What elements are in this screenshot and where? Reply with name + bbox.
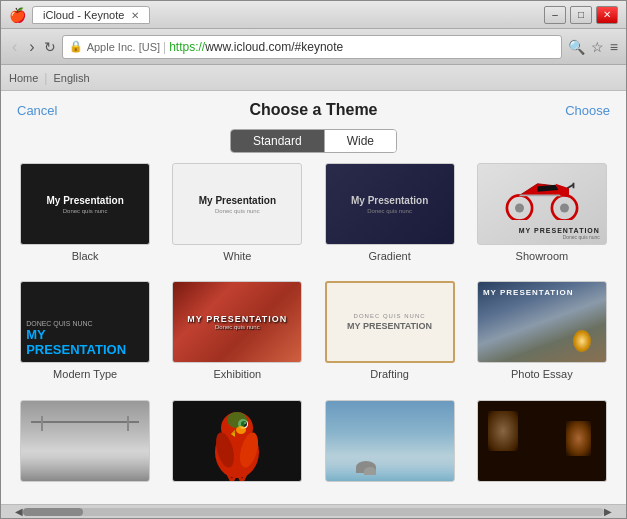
theme-row3-4-thumb xyxy=(477,400,607,482)
drafting-title: MY PRESENTATION xyxy=(347,321,432,331)
svg-point-2 xyxy=(515,203,524,212)
toolbar-home[interactable]: Home xyxy=(9,72,38,84)
theme-header: Cancel Choose a Theme Choose xyxy=(1,91,626,129)
svg-point-3 xyxy=(560,203,569,212)
scrollbar: ◀ ▶ xyxy=(1,504,626,518)
exhibition-sub: Donec quis nunc xyxy=(215,324,260,330)
browser-toolbar: Home | English xyxy=(1,65,626,91)
scrollbar-track[interactable] xyxy=(23,508,604,516)
separator: | xyxy=(163,40,166,54)
theme-exhibition[interactable]: MY PRESENTATION Donec quis nunc Exhibiti… xyxy=(169,281,305,387)
theme-photo-essay[interactable]: MY PRESENTATION Photo Essay xyxy=(474,281,610,387)
photo-title: MY PRESENTATION xyxy=(478,282,579,297)
theme-gradient-thumb: My Presentation Donec quis nunc xyxy=(325,163,455,245)
themes-grid: My Presentation Donec quis nunc Black My… xyxy=(1,163,626,504)
theme-photo-thumb: MY PRESENTATION xyxy=(477,281,607,363)
view-toggle: Standard Wide xyxy=(1,129,626,153)
theme-black-label: Black xyxy=(72,250,99,262)
menu-icon[interactable]: ≡ xyxy=(610,39,618,55)
theme-black-thumb: My Presentation Donec quis nunc xyxy=(20,163,150,245)
theme-showroom-thumb: MY PRESENTATION Donec quis nunc xyxy=(477,163,607,245)
theme-row3-3-thumb xyxy=(325,400,455,482)
scroll-right-arrow[interactable]: ▶ xyxy=(604,506,612,517)
drafting-donec: DONEC QUIS NUNC xyxy=(354,313,426,319)
issuer-label: Apple Inc. [US] xyxy=(87,41,160,53)
theme-row3-1[interactable] xyxy=(17,400,153,494)
theme-drafting-label: Drafting xyxy=(370,368,409,380)
minimize-button[interactable]: – xyxy=(544,6,566,24)
theme-modern-type[interactable]: DONEC QUIS NUNC MY PRESENTATION Modern T… xyxy=(17,281,153,387)
browser-window: 🍎 iCloud - Keynote ✕ – □ ✕ ‹ › ↻ 🔒 Apple… xyxy=(0,0,627,519)
thumb-gradient-title: My Presentation xyxy=(351,195,428,206)
theme-white[interactable]: My Presentation Donec quis nunc White xyxy=(169,163,305,269)
reload-button[interactable]: ↻ xyxy=(44,39,56,55)
thumb-white-sub: Donec quis nunc xyxy=(215,208,260,214)
page-title: Choose a Theme xyxy=(249,101,377,119)
wide-toggle[interactable]: Wide xyxy=(325,130,396,152)
nav-icons: 🔍 ☆ ≡ xyxy=(568,39,618,55)
showroom-title: MY PRESENTATION xyxy=(484,227,600,234)
close-button[interactable]: ✕ xyxy=(596,6,618,24)
modern-title: MY PRESENTATION xyxy=(21,327,149,362)
theme-showroom[interactable]: MY PRESENTATION Donec quis nunc Showroom xyxy=(474,163,610,269)
theme-gradient-label: Gradient xyxy=(369,250,411,262)
forward-button[interactable]: › xyxy=(26,38,37,56)
theme-row3-2[interactable] xyxy=(169,400,305,494)
thumb-black-title: My Presentation xyxy=(47,195,124,206)
toolbar-english[interactable]: English xyxy=(53,72,89,84)
svg-point-14 xyxy=(236,426,246,434)
theme-showroom-label: Showroom xyxy=(516,250,569,262)
cancel-button[interactable]: Cancel xyxy=(17,103,57,118)
main-content: Cancel Choose a Theme Choose Standard Wi… xyxy=(1,91,626,518)
thumb-white-title: My Presentation xyxy=(199,195,276,206)
theme-modern-label: Modern Type xyxy=(53,368,117,380)
theme-row3-3[interactable] xyxy=(322,400,458,494)
tab-close-icon[interactable]: ✕ xyxy=(131,10,139,21)
thumb-black-sub: Donec quis nunc xyxy=(63,208,108,214)
choose-button[interactable]: Choose xyxy=(565,103,610,118)
theme-drafting[interactable]: DONEC QUIS NUNC MY PRESENTATION Drafting xyxy=(322,281,458,387)
address-bar[interactable]: 🔒 Apple Inc. [US] | https:// www.icloud.… xyxy=(62,35,562,59)
standard-toggle[interactable]: Standard xyxy=(231,130,324,152)
title-bar: 🍎 iCloud - Keynote ✕ – □ ✕ xyxy=(1,1,626,29)
theme-row3-4[interactable] xyxy=(474,400,610,494)
theme-drafting-thumb: DONEC QUIS NUNC MY PRESENTATION xyxy=(325,281,455,363)
modern-donec: DONEC QUIS NUNC xyxy=(21,316,98,327)
theme-black[interactable]: My Presentation Donec quis nunc Black xyxy=(17,163,153,269)
active-tab[interactable]: iCloud - Keynote ✕ xyxy=(32,6,150,24)
url-rest: www.icloud.com/#keynote xyxy=(205,40,343,54)
bike-svg xyxy=(497,170,587,220)
theme-row3-1-thumb xyxy=(20,400,150,482)
toolbar-sep: | xyxy=(44,71,47,85)
apple-icon: 🍎 xyxy=(9,7,26,23)
tab-label: iCloud - Keynote xyxy=(43,9,124,21)
tab-area: iCloud - Keynote ✕ xyxy=(32,6,150,24)
theme-gradient[interactable]: My Presentation Donec quis nunc Gradient xyxy=(322,163,458,269)
theme-white-label: White xyxy=(223,250,251,262)
theme-photo-label: Photo Essay xyxy=(511,368,573,380)
showroom-sub: Donec quis nunc xyxy=(484,234,600,240)
window-controls: – □ ✕ xyxy=(544,6,618,24)
svg-point-13 xyxy=(227,412,247,428)
nav-bar: ‹ › ↻ 🔒 Apple Inc. [US] | https:// www.i… xyxy=(1,29,626,65)
thumb-gradient-sub: Donec quis nunc xyxy=(367,208,412,214)
secure-icon: 🔒 xyxy=(69,40,83,53)
maximize-button[interactable]: □ xyxy=(570,6,592,24)
scrollbar-thumb[interactable] xyxy=(23,508,83,516)
theme-row3-2-thumb xyxy=(172,400,302,482)
exhibition-title: MY PRESENTATION xyxy=(187,314,287,324)
back-button[interactable]: ‹ xyxy=(9,38,20,56)
theme-white-thumb: My Presentation Donec quis nunc xyxy=(172,163,302,245)
url-https: https:// xyxy=(169,40,205,54)
theme-exhibition-thumb: MY PRESENTATION Donec quis nunc xyxy=(172,281,302,363)
bookmark-icon[interactable]: ☆ xyxy=(591,39,604,55)
toggle-group: Standard Wide xyxy=(230,129,397,153)
parrot-svg xyxy=(197,400,277,482)
theme-exhibition-label: Exhibition xyxy=(214,368,262,380)
theme-modern-thumb: DONEC QUIS NUNC MY PRESENTATION xyxy=(20,281,150,363)
search-icon[interactable]: 🔍 xyxy=(568,39,585,55)
svg-line-4 xyxy=(567,184,573,188)
scroll-left-arrow[interactable]: ◀ xyxy=(15,506,23,517)
